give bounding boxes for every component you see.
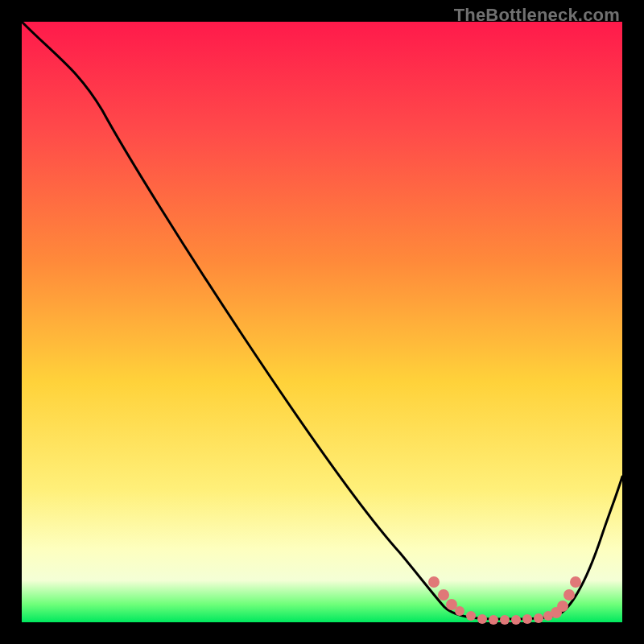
- valley-marker: [500, 615, 510, 625]
- chart-svg: [22, 22, 622, 622]
- valley-marker: [489, 615, 498, 625]
- chart-frame: TheBottleneck.com: [0, 0, 644, 644]
- valley-marker: [511, 615, 521, 625]
- valley-marker: [564, 589, 575, 601]
- valley-marker: [455, 606, 464, 616]
- valley-marker: [570, 576, 581, 588]
- valley-marker: [477, 614, 487, 624]
- bottleneck-curve: [22, 22, 622, 619]
- valley-marker: [534, 613, 543, 623]
- valley-marker: [428, 576, 440, 588]
- valley-marker: [438, 589, 449, 601]
- valley-marker: [557, 601, 568, 612]
- valley-marker: [522, 614, 532, 624]
- valley-marker-group: [428, 576, 581, 625]
- valley-marker: [466, 611, 476, 621]
- gradient-plot-area: [22, 22, 622, 622]
